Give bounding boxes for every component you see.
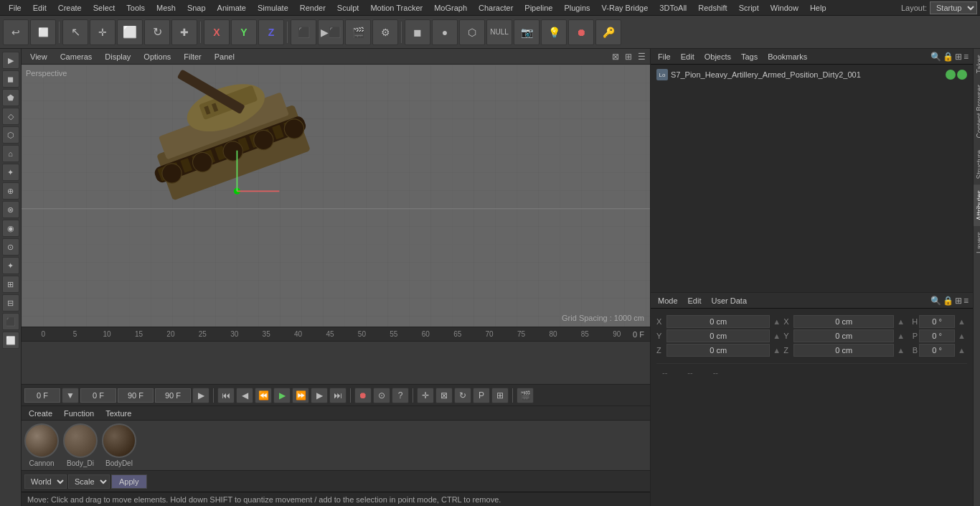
pos-x-input[interactable] [666, 315, 770, 328]
attr-expand-icon[interactable]: ⊞ [955, 296, 962, 306]
play-button[interactable]: ▶ [273, 388, 291, 403]
menu-tools[interactable]: Tools [121, 2, 151, 14]
record-button[interactable]: ⏺ [354, 388, 372, 403]
vp-maximize-icon[interactable]: ⊠ [611, 52, 621, 62]
redo-button[interactable]: ⬜ [30, 19, 56, 45]
cannon-swatch[interactable] [24, 423, 59, 458]
cylinder-button[interactable]: ⬡ [459, 19, 485, 45]
panel-menu[interactable]: Panel [209, 52, 240, 62]
grid-button[interactable]: ⊞ [491, 388, 509, 403]
menu-motion-tracker[interactable]: Motion Tracker [364, 2, 428, 14]
anim-mode-button[interactable]: 🎬 [517, 388, 534, 403]
sidebar-tool-10[interactable]: ◉ [2, 220, 19, 237]
obj-more-icon[interactable]: ≡ [963, 52, 969, 62]
b-input[interactable] [919, 344, 955, 357]
obj-objects-button[interactable]: Objects [702, 51, 734, 62]
attr-userdata-button[interactable]: User Data [709, 295, 750, 306]
options-menu[interactable]: Options [138, 52, 176, 62]
menu-render[interactable]: Render [294, 2, 331, 14]
render-region-button[interactable]: ⬛ [291, 19, 316, 45]
null-button[interactable]: NULL [486, 19, 512, 45]
sidebar-tool-8[interactable]: ⊕ [2, 182, 19, 200]
sidebar-tool-15[interactable]: ⬛ [2, 313, 19, 330]
tab-attributes[interactable]: Attributes [974, 184, 980, 226]
scale-dropdown[interactable]: Scale [68, 474, 110, 489]
start-frame-input[interactable] [80, 388, 116, 403]
help-button[interactable]: ? [392, 388, 409, 403]
rot-x-input[interactable] [793, 315, 894, 328]
menu-sculpt[interactable]: Sculpt [331, 2, 365, 14]
apply-button[interactable]: Apply [111, 474, 147, 489]
menu-simulate[interactable]: Simulate [252, 2, 294, 14]
menu-mesh[interactable]: Mesh [151, 2, 182, 14]
render-checkbox[interactable] [957, 70, 967, 80]
menu-help[interactable]: Help [804, 2, 832, 14]
sidebar-tool-3[interactable]: ⬟ [2, 89, 19, 106]
world-dropdown[interactable]: World [24, 474, 67, 489]
object-item-tank[interactable]: Lo S7_Pion_Heavy_Artillery_Armed_Positio… [654, 67, 970, 82]
menu-file[interactable]: File [3, 2, 27, 14]
menu-animate[interactable]: Animate [212, 2, 252, 14]
sidebar-tool-1[interactable]: ▶ [2, 52, 19, 69]
sphere-button[interactable]: ● [432, 19, 458, 45]
sidebar-tool-4[interactable]: ◇ [2, 108, 19, 125]
undo-button[interactable]: ↩ [3, 19, 29, 45]
axis-x-button[interactable]: X [204, 19, 230, 45]
sidebar-tool-7[interactable]: ✦ [2, 164, 19, 181]
render-settings-button[interactable]: ⚙ [372, 19, 398, 45]
p-input[interactable] [919, 329, 955, 342]
pos-y-input[interactable] [666, 329, 770, 342]
body-del-swatch[interactable] [102, 423, 136, 458]
obj-expand-icon[interactable]: ⊞ [955, 52, 962, 62]
material-body-di[interactable]: Body_Di [63, 423, 98, 467]
arrow-down-icon[interactable]: ▼ [62, 388, 79, 403]
obj-edit-button[interactable]: Edit [678, 51, 697, 62]
render-active-button[interactable]: ▶⬛ [318, 19, 344, 45]
view-menu[interactable]: View [24, 52, 53, 62]
sidebar-tool-13[interactable]: ⊞ [2, 276, 19, 293]
attr-lock-icon[interactable]: 🔒 [943, 296, 953, 306]
obj-search-icon[interactable]: 🔍 [930, 52, 941, 62]
select-tool[interactable]: ↖ [62, 19, 88, 45]
first-frame-button[interactable]: ⏮ [217, 388, 235, 403]
move-tool[interactable]: ✛ [90, 19, 116, 45]
sidebar-tool-12[interactable]: ✦ [2, 257, 19, 274]
tab-takes[interactable]: Takes [974, 49, 980, 79]
obj-lock-icon[interactable]: 🔒 [943, 52, 953, 62]
vp-grid-icon[interactable]: ⊞ [623, 52, 633, 62]
record-mode-button[interactable]: ⊙ [373, 388, 390, 403]
material-create-button[interactable]: Create [26, 408, 55, 419]
prev-frame-button[interactable]: ⏪ [255, 388, 272, 403]
rot-z-input[interactable] [793, 344, 894, 357]
next-frame-button[interactable]: ⏩ [292, 388, 309, 403]
rotate-mode-button[interactable]: ↻ [454, 388, 471, 403]
end-frame-input[interactable] [118, 388, 154, 403]
sidebar-tool-6[interactable]: ⌂ [2, 145, 19, 162]
tab-structure[interactable]: Structure [974, 144, 980, 185]
menu-redshift[interactable]: Redshift [692, 2, 732, 14]
render-to-picture-button[interactable]: 🎬 [345, 19, 371, 45]
visible-checkbox[interactable] [946, 70, 956, 80]
menu-character[interactable]: Character [473, 2, 519, 14]
menu-create[interactable]: Create [52, 2, 88, 14]
obj-tags-button[interactable]: Tags [738, 51, 760, 62]
sidebar-tool-5[interactable]: ⬡ [2, 126, 19, 144]
key-button[interactable]: 🔑 [595, 19, 621, 45]
body-di-swatch[interactable] [63, 423, 98, 458]
camera-button[interactable]: 📷 [514, 19, 540, 45]
rot-y-input[interactable] [793, 329, 894, 342]
tab-layers[interactable]: Layers [974, 226, 980, 259]
menu-plugins[interactable]: Plugins [558, 2, 595, 14]
sidebar-tool-2[interactable]: ◼ [2, 70, 19, 88]
sidebar-tool-9[interactable]: ⊗ [2, 201, 19, 218]
current-frame-input[interactable] [24, 388, 60, 403]
vp-settings-icon[interactable]: ☰ [636, 52, 647, 62]
cameras-menu[interactable]: Cameras [55, 52, 98, 62]
pos-z-input[interactable] [666, 344, 770, 357]
object-tool[interactable]: ⬜ [117, 19, 143, 45]
timeline-content[interactable] [22, 342, 650, 384]
filter-menu[interactable]: Filter [178, 52, 207, 62]
obj-bookmarks-button[interactable]: Bookmarks [765, 51, 810, 62]
axis-y-button[interactable]: Y [231, 19, 257, 45]
attr-mode-button[interactable]: Mode [655, 295, 681, 306]
